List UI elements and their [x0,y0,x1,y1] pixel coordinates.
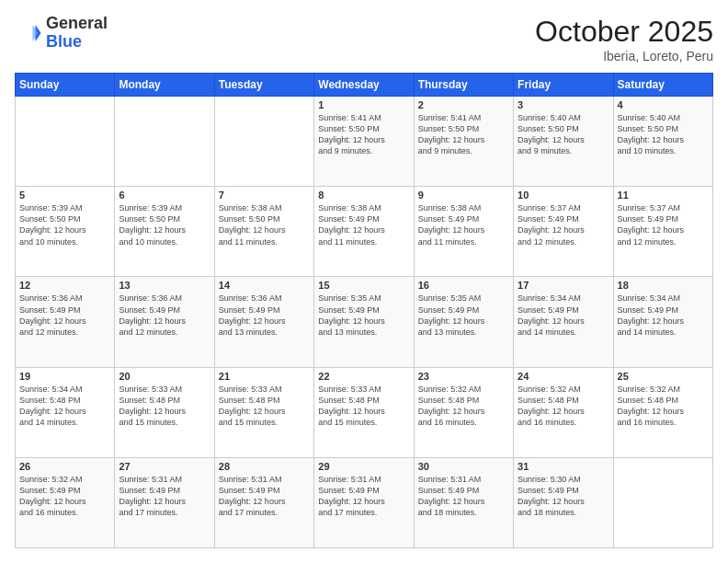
day-number: 27 [119,461,210,472]
day-number: 25 [618,371,709,382]
location-subtitle: Iberia, Loreto, Peru [535,49,713,63]
cell-content: Sunrise: 5:36 AMSunset: 5:49 PMDaylight:… [19,293,110,338]
calendar-cell [115,97,214,187]
calendar-cell [16,97,115,187]
day-number: 24 [518,371,609,382]
calendar-cell: 21Sunrise: 5:33 AMSunset: 5:48 PMDayligh… [214,367,313,457]
cell-content: Sunrise: 5:37 AMSunset: 5:49 PMDaylight:… [618,202,709,247]
cell-content: Sunrise: 5:32 AMSunset: 5:48 PMDaylight:… [618,384,709,429]
calendar-week-4: 19Sunrise: 5:34 AMSunset: 5:48 PMDayligh… [16,367,713,457]
day-number: 26 [19,461,110,472]
day-number: 28 [219,461,310,472]
day-number: 12 [19,280,110,291]
calendar-cell [613,457,712,547]
day-number: 19 [19,371,110,382]
calendar-week-5: 26Sunrise: 5:32 AMSunset: 5:49 PMDayligh… [16,457,713,547]
cell-content: Sunrise: 5:31 AMSunset: 5:49 PMDaylight:… [119,474,210,519]
day-number: 18 [618,280,709,291]
title-block: October 2025 Iberia, Loreto, Peru [535,15,713,63]
calendar-cell: 18Sunrise: 5:34 AMSunset: 5:49 PMDayligh… [613,277,712,367]
page: General Blue October 2025 Iberia, Loreto… [0,0,728,563]
calendar-cell: 23Sunrise: 5:32 AMSunset: 5:48 PMDayligh… [414,367,513,457]
cell-content: Sunrise: 5:34 AMSunset: 5:49 PMDaylight:… [618,293,709,338]
calendar-body: 1Sunrise: 5:41 AMSunset: 5:50 PMDaylight… [16,97,713,548]
calendar-table: SundayMondayTuesdayWednesdayThursdayFrid… [15,73,713,548]
day-number: 6 [119,190,210,201]
logo-text: General Blue [46,15,108,52]
cell-content: Sunrise: 5:35 AMSunset: 5:49 PMDaylight:… [418,293,509,338]
cell-content: Sunrise: 5:40 AMSunset: 5:50 PMDaylight:… [518,112,609,157]
day-number: 14 [219,280,310,291]
cell-content: Sunrise: 5:41 AMSunset: 5:50 PMDaylight:… [418,112,509,157]
logo-blue-text: Blue [46,33,108,52]
cell-content: Sunrise: 5:36 AMSunset: 5:49 PMDaylight:… [119,293,210,338]
cell-content: Sunrise: 5:37 AMSunset: 5:49 PMDaylight:… [518,202,609,247]
day-number: 9 [418,190,509,201]
calendar-cell: 17Sunrise: 5:34 AMSunset: 5:49 PMDayligh… [514,277,613,367]
calendar-header: SundayMondayTuesdayWednesdayThursdayFrid… [16,74,713,97]
calendar-cell: 27Sunrise: 5:31 AMSunset: 5:49 PMDayligh… [115,457,214,547]
calendar-cell: 24Sunrise: 5:32 AMSunset: 5:48 PMDayligh… [514,367,613,457]
calendar-cell: 8Sunrise: 5:38 AMSunset: 5:49 PMDaylight… [314,187,414,277]
calendar-cell: 6Sunrise: 5:39 AMSunset: 5:50 PMDaylight… [115,187,214,277]
day-number: 5 [19,190,110,201]
cell-content: Sunrise: 5:34 AMSunset: 5:48 PMDaylight:… [19,384,110,429]
calendar-cell: 25Sunrise: 5:32 AMSunset: 5:48 PMDayligh… [613,367,712,457]
logo: General Blue [15,15,108,52]
day-number: 31 [518,461,609,472]
header: General Blue October 2025 Iberia, Loreto… [15,15,713,63]
day-number: 8 [318,190,409,201]
calendar-cell: 5Sunrise: 5:39 AMSunset: 5:50 PMDaylight… [16,187,115,277]
day-number: 17 [518,280,609,291]
cell-content: Sunrise: 5:32 AMSunset: 5:48 PMDaylight:… [418,384,509,429]
calendar-cell: 22Sunrise: 5:33 AMSunset: 5:48 PMDayligh… [314,367,414,457]
calendar-cell: 13Sunrise: 5:36 AMSunset: 5:49 PMDayligh… [115,277,214,367]
day-number: 20 [119,371,210,382]
calendar-cell: 30Sunrise: 5:31 AMSunset: 5:49 PMDayligh… [414,457,513,547]
month-title: October 2025 [535,15,713,49]
calendar-cell: 20Sunrise: 5:33 AMSunset: 5:48 PMDayligh… [115,367,214,457]
day-number: 30 [418,461,509,472]
cell-content: Sunrise: 5:39 AMSunset: 5:50 PMDaylight:… [19,202,110,247]
cell-content: Sunrise: 5:38 AMSunset: 5:49 PMDaylight:… [318,202,409,247]
calendar-cell: 12Sunrise: 5:36 AMSunset: 5:49 PMDayligh… [16,277,115,367]
cell-content: Sunrise: 5:31 AMSunset: 5:49 PMDaylight:… [418,474,509,519]
header-day-thursday: Thursday [414,74,513,97]
day-number: 29 [318,461,409,472]
cell-content: Sunrise: 5:35 AMSunset: 5:49 PMDaylight:… [318,293,409,338]
cell-content: Sunrise: 5:39 AMSunset: 5:50 PMDaylight:… [119,202,210,247]
cell-content: Sunrise: 5:31 AMSunset: 5:49 PMDaylight:… [318,474,409,519]
calendar-cell: 2Sunrise: 5:41 AMSunset: 5:50 PMDaylight… [414,97,513,187]
header-day-friday: Friday [514,74,613,97]
logo-general-text: General [46,15,108,33]
day-number: 22 [318,371,409,382]
day-number: 15 [318,280,409,291]
day-number: 7 [219,190,310,201]
day-number: 13 [119,280,210,291]
day-number: 21 [219,371,310,382]
day-number: 11 [618,190,709,201]
cell-content: Sunrise: 5:40 AMSunset: 5:50 PMDaylight:… [618,112,709,157]
day-number: 3 [518,99,609,110]
cell-content: Sunrise: 5:38 AMSunset: 5:49 PMDaylight:… [418,202,509,247]
calendar-cell: 16Sunrise: 5:35 AMSunset: 5:49 PMDayligh… [414,277,513,367]
calendar-cell: 14Sunrise: 5:36 AMSunset: 5:49 PMDayligh… [214,277,313,367]
cell-content: Sunrise: 5:32 AMSunset: 5:49 PMDaylight:… [19,474,110,519]
calendar-cell: 4Sunrise: 5:40 AMSunset: 5:50 PMDaylight… [613,97,712,187]
cell-content: Sunrise: 5:41 AMSunset: 5:50 PMDaylight:… [318,112,409,157]
header-day-monday: Monday [115,74,214,97]
calendar-cell: 29Sunrise: 5:31 AMSunset: 5:49 PMDayligh… [314,457,414,547]
cell-content: Sunrise: 5:32 AMSunset: 5:48 PMDaylight:… [518,384,609,429]
header-day-tuesday: Tuesday [214,74,313,97]
calendar-cell: 28Sunrise: 5:31 AMSunset: 5:49 PMDayligh… [214,457,313,547]
calendar-cell: 15Sunrise: 5:35 AMSunset: 5:49 PMDayligh… [314,277,414,367]
calendar-cell: 3Sunrise: 5:40 AMSunset: 5:50 PMDaylight… [514,97,613,187]
calendar-cell: 31Sunrise: 5:30 AMSunset: 5:49 PMDayligh… [514,457,613,547]
cell-content: Sunrise: 5:34 AMSunset: 5:49 PMDaylight:… [518,293,609,338]
day-number: 16 [418,280,509,291]
cell-content: Sunrise: 5:36 AMSunset: 5:49 PMDaylight:… [219,293,310,338]
calendar-cell: 7Sunrise: 5:38 AMSunset: 5:50 PMDaylight… [214,187,313,277]
cell-content: Sunrise: 5:31 AMSunset: 5:49 PMDaylight:… [219,474,310,519]
calendar-cell: 9Sunrise: 5:38 AMSunset: 5:49 PMDaylight… [414,187,513,277]
header-row: SundayMondayTuesdayWednesdayThursdayFrid… [16,74,713,97]
